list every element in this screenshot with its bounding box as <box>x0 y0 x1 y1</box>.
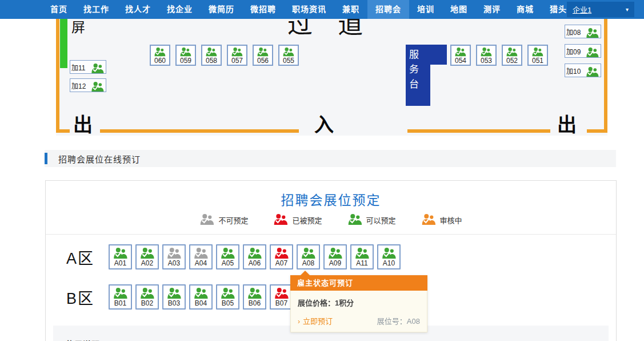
booth[interactable]: A06 <box>243 244 266 269</box>
book-now-label: 立即预订 <box>303 317 333 326</box>
people-icon <box>167 248 182 259</box>
nav-item[interactable]: 首页 <box>42 0 75 19</box>
booth-number: A10 <box>383 259 395 267</box>
people-icon <box>194 288 209 299</box>
people-icon <box>531 47 544 57</box>
floorplan-booth[interactable]: 060 <box>150 45 170 66</box>
section-accent-bar <box>45 153 47 164</box>
booth-number: A02 <box>141 259 153 267</box>
nav-item[interactable]: 微简历 <box>201 0 242 19</box>
floorplan-booth[interactable]: 056 <box>253 45 273 66</box>
booth[interactable]: A08 <box>297 244 320 269</box>
legend-item: 可以预定 <box>347 214 396 225</box>
floorplan-addon-booth[interactable]: 加09 <box>565 44 601 58</box>
nav-item[interactable]: 微招聘 <box>242 0 284 19</box>
floorplan-booth[interactable]: 058 <box>201 45 222 66</box>
zone-b-booths: B01 B02 B03 <box>109 284 293 310</box>
floorplan-border-bottom <box>56 129 70 133</box>
people-icon <box>586 44 599 58</box>
people-icon <box>586 64 599 77</box>
nav-item[interactable]: 找企业 <box>159 0 201 19</box>
nav-item[interactable]: 地图 <box>442 0 475 19</box>
book-now-link[interactable]: ›立即预订 <box>298 315 333 326</box>
legend-label: 审核中 <box>440 215 462 225</box>
booth[interactable]: B04 <box>189 284 213 310</box>
people-icon <box>421 214 437 225</box>
chevron-down-icon: ▾ <box>626 6 629 13</box>
section-title: 招聘会展位在线预订 <box>58 153 141 165</box>
nav-item[interactable]: 找工作 <box>75 0 117 19</box>
floorplan-booth[interactable]: 055 <box>278 45 299 66</box>
booth-number: A08 <box>302 259 314 267</box>
booth[interactable]: A09 <box>323 244 347 269</box>
people-icon <box>247 248 262 259</box>
nav-item[interactable]: 兼职 <box>334 0 367 19</box>
people-icon <box>454 47 467 57</box>
booth-number: 053 <box>481 57 492 65</box>
floorplan-booth[interactable]: 059 <box>175 45 196 66</box>
legend-item: 已被预定 <box>273 214 322 225</box>
nav-item[interactable]: 找人才 <box>117 0 159 19</box>
floorplan-booth[interactable]: 054 <box>450 45 471 66</box>
floorplan-border-bottom <box>587 129 607 133</box>
nav-item[interactable]: 职场资讯 <box>284 0 334 19</box>
legend-item: 不可预定 <box>199 214 248 225</box>
nav-item[interactable]: 招聘会 <box>367 0 409 19</box>
people-icon <box>221 248 235 259</box>
booth[interactable]: B02 <box>135 284 159 310</box>
legend-label: 不可预定 <box>218 215 248 225</box>
floorplan-booth[interactable]: 053 <box>476 45 497 66</box>
booth[interactable]: A04 <box>189 244 213 269</box>
booth-number: 057 <box>231 57 243 65</box>
floorplan-addon-booth[interactable]: 加12 <box>70 78 106 92</box>
legend-item: 审核中 <box>421 214 462 225</box>
booth-number: B07 <box>275 299 287 307</box>
people-icon <box>347 214 363 225</box>
booth[interactable]: A03 <box>162 244 186 269</box>
booth-number: 加12 <box>71 81 86 90</box>
booth-number: A04 <box>195 259 207 267</box>
account-dropdown[interactable]: 企业1 ▾ <box>567 2 634 17</box>
floorplan-booth[interactable]: 051 <box>527 45 548 66</box>
booth-number: A01 <box>114 259 126 267</box>
people-icon <box>282 47 295 57</box>
booth-number: B05 <box>222 299 234 307</box>
booth[interactable]: A02 <box>135 244 159 269</box>
booth[interactable]: A11 <box>350 244 374 269</box>
floorplan-addon-booth[interactable]: 加11 <box>70 60 106 74</box>
floorplan-addon-booth[interactable]: 加08 <box>565 25 601 38</box>
booth[interactable]: A05 <box>216 244 239 269</box>
booth-number: 056 <box>257 57 269 65</box>
booth[interactable]: B06 <box>243 284 266 310</box>
booth[interactable]: A10 <box>377 244 401 269</box>
floorplan-booth[interactable]: 057 <box>227 45 247 66</box>
booth[interactable]: B03 <box>162 284 186 310</box>
people-icon <box>301 248 316 259</box>
floorplan-booth-row-right: 054 053 052 051 <box>450 45 548 66</box>
people-icon <box>154 47 166 57</box>
booth-number: A06 <box>249 259 261 267</box>
legend-label: 可以预定 <box>366 215 396 225</box>
screen-label: 屏 <box>71 19 85 36</box>
people-icon <box>199 214 215 225</box>
floorplan-addon-booth[interactable]: 加10 <box>565 64 601 77</box>
people-icon <box>382 248 397 259</box>
nav-item[interactable]: 商城 <box>509 0 542 19</box>
people-icon <box>167 288 182 299</box>
booth-number: 060 <box>154 57 166 65</box>
nav-item[interactable]: 培训 <box>409 0 442 19</box>
booth[interactable]: B07 <box>270 284 293 310</box>
booth-number: B03 <box>168 299 180 307</box>
booth-number: 059 <box>180 57 191 65</box>
exit-label-left: 出 <box>73 115 93 134</box>
people-icon <box>140 288 155 299</box>
booth[interactable]: A07 <box>270 244 293 269</box>
booth[interactable]: A01 <box>109 244 132 269</box>
booth-number: B01 <box>114 299 126 307</box>
booth[interactable]: B01 <box>109 284 132 310</box>
nav-item[interactable]: 测评 <box>475 0 509 19</box>
booth[interactable]: B05 <box>216 284 239 310</box>
booth-number-label: 展位号：A08 <box>377 315 420 326</box>
floorplan-booth[interactable]: 052 <box>502 45 522 66</box>
booth-number: 加11 <box>71 62 85 72</box>
